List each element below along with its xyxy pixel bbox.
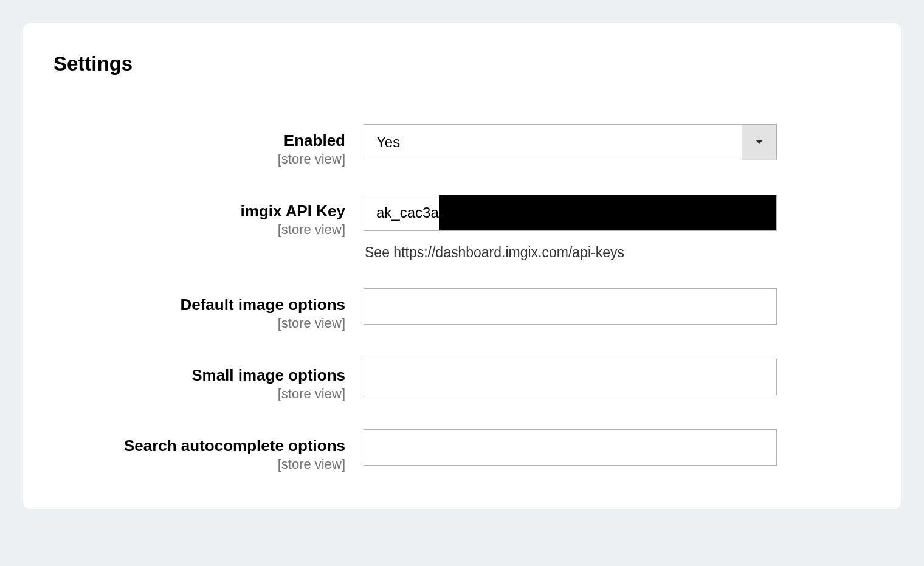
enabled-select[interactable]: Yes [364,124,777,160]
search-options-input[interactable] [364,429,777,466]
default-options-label: Default image options [53,295,345,314]
label-col: Default image options [store view] [53,288,364,331]
default-options-scope: [store view] [53,316,345,331]
api-key-help-text: See https://dashboard.imgix.com/api-keys [364,244,777,261]
enabled-scope: [store view] [53,151,345,167]
small-options-input[interactable] [364,359,777,395]
enabled-select-wrapper: Yes [364,124,777,160]
small-options-label: Small image options [53,366,345,385]
field-row-search-options: Search autocomplete options [store view] [53,429,871,472]
api-key-value-prefix: ak_cac3a [376,204,439,221]
input-col: Yes [364,124,777,160]
small-options-scope: [store view] [53,386,345,402]
api-key-label: imgix API Key [53,202,345,221]
field-row-default-options: Default image options [store view] [53,288,871,331]
api-key-scope: [store view] [53,222,345,238]
page-title: Settings [53,52,871,75]
search-options-label: Search autocomplete options [53,437,345,455]
input-col [364,429,777,466]
api-key-redacted-block [439,195,776,230]
api-key-input[interactable]: ak_cac3a [364,195,777,231]
label-col: Small image options [store view] [53,359,364,402]
field-row-enabled: Enabled [store view] Yes [53,124,871,167]
input-col: ak_cac3a See https://dashboard.imgix.com… [364,195,777,261]
enabled-label: Enabled [53,131,345,150]
input-col [364,359,777,395]
label-col: imgix API Key [store view] [53,195,364,238]
input-col [364,288,777,325]
enabled-select-value: Yes [376,134,400,150]
label-col: Search autocomplete options [store view] [53,429,364,472]
search-options-scope: [store view] [53,457,345,472]
settings-panel: Settings Enabled [store view] Yes imgix … [23,23,901,509]
field-row-api-key: imgix API Key [store view] ak_cac3a See … [53,195,871,261]
default-options-input[interactable] [364,288,777,325]
field-row-small-options: Small image options [store view] [53,359,871,402]
label-col: Enabled [store view] [53,124,364,167]
